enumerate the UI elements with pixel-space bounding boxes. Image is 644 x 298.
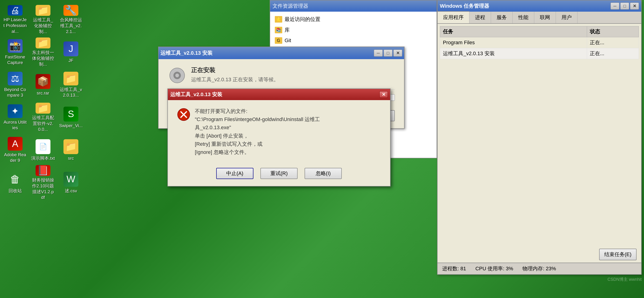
error-dialog-title: 运维工具_v2.0.13 安装 (170, 91, 222, 98)
tm-tab-apps[interactable]: 应用程序 (438, 11, 470, 23)
icon-word-doc[interactable]: W 述.csv (58, 168, 84, 198)
icon-adobe-reader[interactable]: A Adobe Reader 9 (2, 135, 28, 165)
tm-tab-performance[interactable]: 性能 (513, 12, 534, 23)
table-row[interactable]: Program Files 正在... (440, 37, 639, 48)
tm-tab-users[interactable]: 用户 (556, 12, 578, 23)
icon-finance-report-label: 财务报销操作2.10问题描述V1.2.pdf (31, 177, 55, 200)
icon-combined-tool-label: 合风蜂控运维工具_v2.2.1... (59, 17, 83, 35)
explorer-item-git[interactable]: G Git (272, 35, 434, 46)
rar-icon: 📦 (36, 74, 50, 89)
icon-yunwei-config[interactable]: 📁 运维工具配置软件-v2.0.0... (30, 102, 56, 133)
explorer-item-git-label: Git (284, 38, 291, 44)
icon-yunwei-config-label: 运维工具配置软件-v2.0.0... (31, 115, 55, 132)
icon-faststone[interactable]: 📸 FastStone Capture (2, 37, 28, 68)
error-line2: "C:\Program Files\intergeOM-goldwind\Uni… (195, 115, 381, 123)
table-row[interactable]: 运维工具_v2.0.13 安装 正在... (440, 48, 639, 59)
tm-maximize-button[interactable]: □ (620, 3, 629, 10)
icon-yunwei-013-label: 运维工具_v2.0.13... (59, 87, 83, 98)
installer-title: 运维工具_v2.0.13 安装 (160, 50, 212, 57)
close-button[interactable]: ✕ (393, 50, 402, 57)
retry-button[interactable]: 重试(R) (260, 168, 298, 179)
earth-tech-icon: 📁 (36, 38, 50, 48)
hp-laserjet-icon: 🖨 (8, 5, 22, 16)
tm-statusbar: 进程数: 81 CPU 使用率: 3% 物理内存: 23% (438, 263, 641, 274)
error-line3: 具_v2.0.13.exe" (195, 123, 381, 131)
icon-aurora[interactable]: ✦ Aurora Utilities (2, 102, 28, 133)
icon-script-txt[interactable]: 📄 演示脚本.txt (30, 135, 56, 165)
icon-recycle[interactable]: 🗑 回收站 (2, 168, 28, 198)
icon-yunwei-tool[interactable]: 📁 运维工具_化验辅控制... (30, 5, 56, 35)
icon-word-doc-label: 述.csv (65, 188, 77, 194)
abort-button[interactable]: 中止(A) (216, 168, 254, 179)
yunwei-config-icon: 📁 (36, 103, 50, 114)
recent-icon: ⭐ (275, 16, 282, 23)
installing-description: 运维工具_v2.0.13 正在安装，请等候。 (191, 76, 279, 83)
ignore-button[interactable]: 忽略(I) (304, 168, 342, 179)
installing-header: 正在安装 运维工具_v2.0.13 正在安装，请等候。 (168, 66, 395, 90)
icon-src-rar-label: src.rar (37, 90, 49, 96)
icon-jf-label: JF (68, 58, 73, 64)
tm-minimize-button[interactable]: ─ (610, 3, 619, 10)
finance-report-icon: 📕 (36, 165, 50, 176)
icon-aurora-label: Aurora Utilities (3, 119, 27, 131)
installer-status-text: 正在安装 运维工具_v2.0.13 正在安装，请等候。 (191, 66, 279, 83)
adobe-icon: A (8, 137, 22, 151)
tm-tab-network[interactable]: 联网 (534, 12, 556, 23)
library-icon: 📚 (275, 27, 282, 33)
error-line6: [Ignore] 忽略这个文件。 (195, 148, 381, 156)
error-dialog: 运维工具_v2.0.13 安装 ✕ 不能打开要写入的文件: "C:\Progra… (168, 88, 390, 187)
error-line5: [Retry] 重新尝试写入文件，或 (195, 140, 381, 148)
icon-src-folder-label: src (68, 156, 74, 161)
explorer-item-recent[interactable]: ⭐ 最近访问的位置 (272, 14, 434, 25)
yunwei-013-icon: 📁 (64, 72, 78, 85)
error-message-text: 不能打开要写入的文件: "C:\Program Files\intergeOM-… (195, 107, 381, 156)
error-body: 不能打开要写入的文件: "C:\Program Files\intergeOM-… (168, 100, 390, 163)
icon-swiper[interactable]: S Swiper_Vi... (58, 102, 84, 133)
combined-tool-icon: 🔧 (64, 5, 78, 16)
icon-src-rar[interactable]: 📦 src.rar (30, 70, 56, 100)
tm-tab-processes[interactable]: 进程 (470, 12, 491, 23)
tm-table: 任务 状态 Program Files 正在... 运维工具_v2.0.13 安… (440, 26, 639, 59)
error-buttons: 中止(A) 重试(R) 忽略(I) (168, 163, 390, 186)
git-icon: G (275, 37, 282, 44)
icon-recycle-label: 回收站 (8, 188, 22, 194)
beyond-compare-icon: ⚖ (8, 72, 22, 85)
installer-titlebar: 运维工具_v2.0.13 安装 ─ □ ✕ (158, 47, 404, 59)
error-titlebar: 运维工具_v2.0.13 安装 ✕ (168, 89, 390, 100)
icon-hp-laserjet[interactable]: 🖨 HP LaserJet Professional... (2, 5, 28, 35)
tm-close-button[interactable]: ✕ (630, 3, 639, 10)
explorer-item-library[interactable]: 📚 库 (272, 25, 434, 35)
icon-jf[interactable]: J JF (58, 37, 84, 68)
icon-finance-report[interactable]: 📕 财务报销操作2.10问题描述V1.2.pdf (30, 168, 56, 198)
desktop: 🖨 HP LaserJet Professional... 📁 运维工具_化验辅… (0, 0, 644, 298)
error-close-button[interactable]: ✕ (380, 91, 388, 98)
installing-title: 正在安装 (191, 66, 279, 74)
icon-earth-tech[interactable]: 📁 东土科技一体化验辅控制... (30, 37, 56, 68)
icon-faststone-label: FastStone Capture (3, 54, 27, 66)
maximize-button[interactable]: □ (384, 50, 392, 57)
tm-row2-status: 正在... (587, 48, 639, 59)
explorer-titlebar: 文件资源管理器 (270, 1, 436, 12)
watermark: CSDN博主 wwnhit (608, 276, 642, 282)
tm-memory-usage: 物理内存: 23% (522, 265, 556, 272)
icon-src-folder[interactable]: 📁 src (58, 135, 84, 165)
icon-yunwei-013[interactable]: 📁 运维工具_v2.0.13... (58, 70, 84, 100)
icon-yunwei-tool-label: 运维工具_化验辅控制... (31, 17, 55, 35)
tm-row1-task: Program Files (440, 37, 587, 48)
end-task-button[interactable]: 结束任务(E) (599, 249, 636, 260)
minimize-button[interactable]: ─ (374, 50, 383, 57)
word-doc-icon: W (64, 172, 78, 187)
explorer-title: 文件资源管理器 (272, 3, 308, 10)
tm-titlebar-buttons: ─ □ ✕ (610, 3, 639, 10)
faststone-icon: 📸 (8, 39, 22, 53)
desktop-icon-grid: 🖨 HP LaserJet Professional... 📁 运维工具_化验辅… (0, 0, 88, 298)
tm-tab-services[interactable]: 服务 (491, 12, 513, 23)
tm-title: Windows 任务管理器 (440, 3, 489, 10)
installer-icon-large (168, 66, 186, 85)
icon-script-txt-label: 演示脚本.txt (31, 156, 55, 161)
icon-earth-tech-label: 东土科技一体化验辅控制... (31, 50, 55, 67)
icon-combined-tool[interactable]: 🔧 合风蜂控运维工具_v2.2.1... (58, 5, 84, 35)
tm-row1-status: 正在... (587, 37, 639, 48)
icon-swiper-label: Swiper_Vi... (59, 123, 82, 129)
icon-beyond-compare[interactable]: ⚖ Beyond Compare 3 (2, 70, 28, 100)
